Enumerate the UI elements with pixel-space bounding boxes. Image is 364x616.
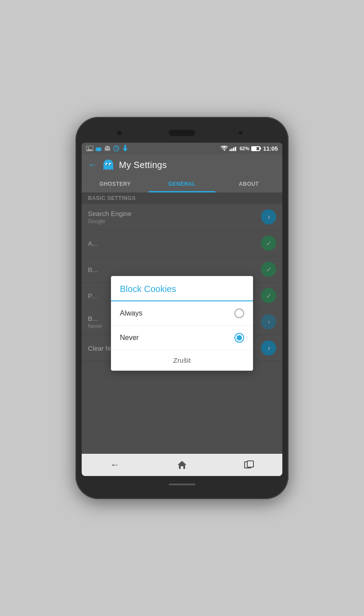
dialog-overlay: Block Cookies Always Never [82, 192, 282, 454]
dialog-option-never[interactable]: Never [111, 326, 253, 350]
dialog-footer: Zrušit [111, 350, 253, 371]
ghost-status-icon [104, 146, 111, 151]
status-bar: 62% 11:05 [82, 143, 282, 154]
phone-device: 62% 11:05 ← My Settings GHOSTER [75, 117, 289, 499]
app-header: ← My Settings [82, 154, 282, 176]
signal-bar-3 [233, 148, 234, 151]
timer-status-icon [113, 146, 120, 151]
svg-point-17 [107, 164, 107, 165]
ghostery-logo-icon [102, 159, 115, 171]
signal-bar-2 [231, 148, 233, 151]
image-status-icon [86, 146, 93, 151]
back-nav-icon: ← [110, 459, 120, 471]
back-nav-button[interactable]: ← [102, 456, 128, 474]
usb-status-icon [122, 146, 129, 151]
tab-ghostery[interactable]: GHOSTERY [82, 176, 149, 192]
tab-about[interactable]: ABOUT [215, 176, 282, 192]
phone-screen: 62% 11:05 ← My Settings GHOSTER [82, 143, 282, 476]
phone-top-bar [82, 125, 282, 141]
cloud-status-icon [95, 146, 102, 151]
tabs-bar: GHOSTERY GENERAL ABOUT [82, 176, 282, 192]
back-button[interactable]: ← [88, 159, 98, 171]
svg-line-11 [116, 148, 118, 149]
content-area: BASIC SETTINGS Search Engine Google › A.… [82, 192, 282, 454]
svg-point-18 [110, 164, 111, 165]
tab-general[interactable]: GENERAL [149, 176, 216, 192]
status-icons-left [86, 146, 129, 151]
block-cookies-dialog: Block Cookies Always Never [111, 276, 253, 371]
page-title: My Settings [119, 160, 167, 170]
wifi-icon [221, 146, 228, 151]
home-indicator [169, 484, 195, 485]
battery-icon [251, 146, 260, 151]
dialog-title: Block Cookies [111, 276, 253, 301]
dialog-options: Always Never [111, 301, 253, 350]
always-label: Always [120, 309, 142, 317]
svg-marker-13 [123, 148, 128, 152]
svg-point-2 [88, 147, 89, 148]
never-radio[interactable] [234, 333, 244, 343]
front-camera [117, 131, 122, 135]
svg-rect-12 [124, 145, 126, 148]
cancel-button[interactable]: Zrušit [173, 356, 190, 364]
signal-bars [229, 146, 238, 151]
recents-icon [244, 460, 254, 470]
speaker [169, 130, 195, 136]
status-icons-right: 62% 11:05 [221, 145, 278, 152]
signal-bar-1 [229, 149, 231, 151]
status-time: 11:05 [263, 145, 278, 152]
dialog-option-always[interactable]: Always [111, 301, 253, 326]
svg-point-7 [106, 148, 107, 148]
recents-nav-button[interactable] [236, 456, 262, 474]
bottom-navigation: ← [82, 454, 282, 476]
signal-bar-5 [237, 146, 238, 151]
radio-selected-dot [237, 335, 242, 340]
signal-bar-4 [235, 147, 236, 151]
battery-percent: 62% [240, 146, 249, 151]
svg-point-8 [108, 148, 109, 148]
svg-rect-20 [247, 461, 253, 467]
svg-point-6 [98, 147, 101, 150]
never-label: Never [120, 334, 139, 342]
home-nav-button[interactable] [169, 456, 195, 474]
phone-bottom-bar [82, 478, 282, 491]
sensor [239, 131, 242, 135]
battery-fill [252, 147, 257, 150]
always-radio[interactable] [234, 308, 244, 318]
home-icon [177, 460, 187, 470]
